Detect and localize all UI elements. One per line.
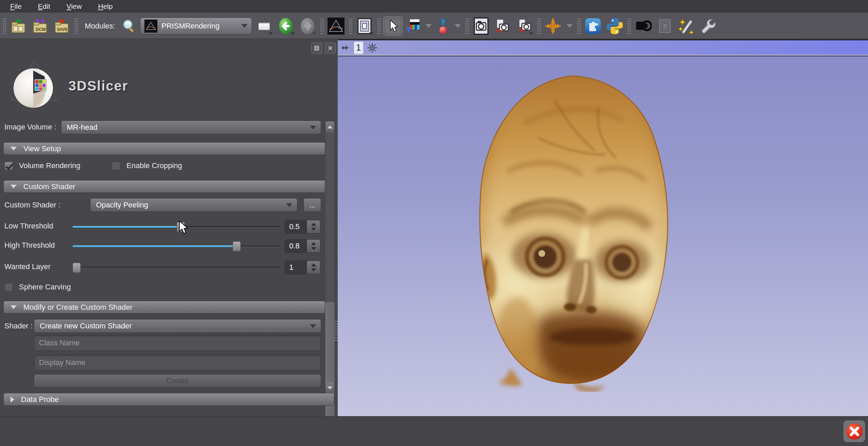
toolbar-grip[interactable]	[377, 17, 381, 35]
toolbar-grip[interactable]	[577, 17, 581, 35]
spin-down-icon[interactable]	[311, 247, 316, 250]
low-threshold-spinbox[interactable]: 0.5	[284, 220, 320, 234]
toolbar-grip[interactable]	[465, 17, 469, 35]
module-history-button[interactable]	[255, 17, 274, 36]
high-threshold-spinbox[interactable]: 0.8	[284, 239, 320, 253]
data-probe-section-header[interactable]: Data Probe	[3, 393, 334, 406]
chevron-down-icon	[529, 32, 533, 35]
menu-view[interactable]: View	[62, 1, 86, 12]
toolbar-grip[interactable]	[348, 17, 352, 35]
load-dicom-button[interactable]: DCM	[31, 17, 50, 36]
view-crosshair-icon[interactable]	[367, 43, 377, 53]
slider-handle[interactable]	[177, 222, 185, 232]
display-name-input[interactable]	[34, 354, 321, 370]
module-search-button[interactable]	[120, 17, 137, 36]
shader-label: Shader :	[4, 322, 33, 330]
slider-fill	[73, 226, 181, 228]
threed-viewport[interactable]	[338, 56, 868, 416]
image-volume-combobox[interactable]: MR-head	[61, 121, 321, 134]
save-data-button[interactable]: SAVE	[52, 17, 71, 36]
settings-wrench-button[interactable]	[699, 17, 718, 36]
spin-up-icon[interactable]	[311, 242, 316, 245]
high-threshold-value[interactable]: 0.8	[285, 240, 307, 252]
low-threshold-slider[interactable]	[73, 220, 281, 234]
shader-combobox[interactable]: Create new Custom Shader	[34, 319, 321, 333]
custom-shader-section-header[interactable]: Custom Shader	[3, 180, 328, 193]
menu-help[interactable]: Help	[93, 1, 117, 12]
toolbar-grip[interactable]	[537, 17, 541, 35]
modify-create-section-header[interactable]: Modify or Create Custom Shader	[3, 301, 328, 313]
panel-scrollbar[interactable]	[325, 121, 335, 394]
mouse-interaction-button[interactable]	[383, 17, 402, 36]
scrollbar-down-icon[interactable]	[326, 382, 334, 393]
toolbar-grip[interactable]	[627, 17, 631, 35]
close-panel-icon[interactable]	[325, 43, 336, 54]
wanted-layer-slider[interactable]	[73, 260, 281, 275]
custom-shader-value: Opacity Peeling	[96, 201, 148, 209]
view-label-badge[interactable]: 1	[354, 42, 363, 54]
capture-toolbar-button[interactable]	[634, 17, 653, 36]
spin-buttons[interactable]	[307, 220, 320, 233]
magic-wand-button[interactable]	[677, 17, 696, 36]
load-data-icon	[11, 18, 26, 34]
shader-options-more-button[interactable]: ...	[303, 198, 321, 212]
chevron-down-icon[interactable]	[567, 24, 573, 28]
spin-buttons[interactable]	[307, 261, 320, 274]
python-console-button[interactable]	[605, 17, 624, 36]
image-volume-value: MR-head	[67, 123, 97, 132]
toolbar-grip[interactable]	[320, 17, 324, 35]
expand-triangle-icon	[11, 397, 14, 403]
low-threshold-value[interactable]: 0.5	[285, 220, 307, 233]
chevron-down-icon	[369, 32, 373, 35]
extensions-manager-button[interactable]	[584, 17, 603, 36]
scene-view-capture-button[interactable]	[493, 17, 512, 36]
panel-splitter-handle[interactable]	[335, 320, 338, 341]
scene-view-capture-icon	[495, 18, 511, 34]
module-panel: 3DSlicer Image Volume : MR-head View Set…	[0, 39, 338, 446]
class-name-input[interactable]	[34, 335, 321, 351]
forward-button[interactable]	[298, 17, 317, 36]
wanted-layer-spinbox[interactable]: 1	[284, 261, 320, 274]
chevron-down-icon[interactable]	[426, 24, 432, 28]
modify-create-title: Modify or Create Custom Shader	[23, 303, 133, 312]
slicer-logo-icon	[9, 57, 60, 115]
camcorder-icon	[635, 18, 652, 34]
chevron-down-icon[interactable]	[455, 24, 461, 28]
module-home-button[interactable]	[327, 17, 346, 36]
create-shader-button[interactable]: Create	[34, 374, 321, 387]
module-selector-combobox[interactable]: PRISMRendering	[140, 18, 252, 35]
sphere-carving-checkbox[interactable]	[4, 283, 13, 291]
scrollbar-up-icon[interactable]	[326, 121, 334, 132]
spin-buttons[interactable]	[307, 240, 320, 252]
menu-edit[interactable]: Edit	[33, 1, 55, 12]
toolbar-grip[interactable]	[74, 17, 78, 35]
window-level-button[interactable]	[405, 17, 421, 36]
spin-down-icon[interactable]	[311, 228, 316, 231]
enable-cropping-checkbox[interactable]	[112, 162, 120, 170]
place-markup-button[interactable]	[436, 17, 451, 36]
pin-icon[interactable]	[341, 43, 350, 52]
spin-up-icon[interactable]	[311, 223, 316, 226]
layout-selector-button[interactable]	[355, 17, 374, 36]
crosshair-button[interactable]	[544, 17, 563, 36]
toolbar-grip[interactable]	[2, 17, 6, 35]
slider-handle[interactable]	[73, 263, 81, 273]
scene-view-restore-button[interactable]	[515, 17, 534, 36]
layout-disabled-button[interactable]	[655, 17, 674, 36]
status-bar	[0, 416, 868, 446]
load-data-button[interactable]	[9, 17, 28, 36]
error-log-button[interactable]	[844, 421, 865, 442]
view-setup-section-header[interactable]: View Setup	[3, 142, 328, 155]
spin-up-icon[interactable]	[311, 263, 316, 266]
screenshot-button[interactable]	[472, 17, 491, 36]
volume-rendering-checkbox[interactable]	[4, 162, 13, 170]
panel-dock-controls	[311, 43, 336, 54]
back-button[interactable]	[276, 17, 295, 36]
wanted-layer-value[interactable]: 1	[285, 261, 307, 274]
high-threshold-slider[interactable]	[73, 239, 281, 253]
spin-down-icon[interactable]	[311, 268, 316, 271]
custom-shader-combobox[interactable]: Opacity Peeling	[90, 198, 297, 212]
slider-handle[interactable]	[233, 241, 241, 251]
menu-file[interactable]: File	[5, 1, 26, 12]
undock-panel-icon[interactable]	[311, 43, 322, 54]
